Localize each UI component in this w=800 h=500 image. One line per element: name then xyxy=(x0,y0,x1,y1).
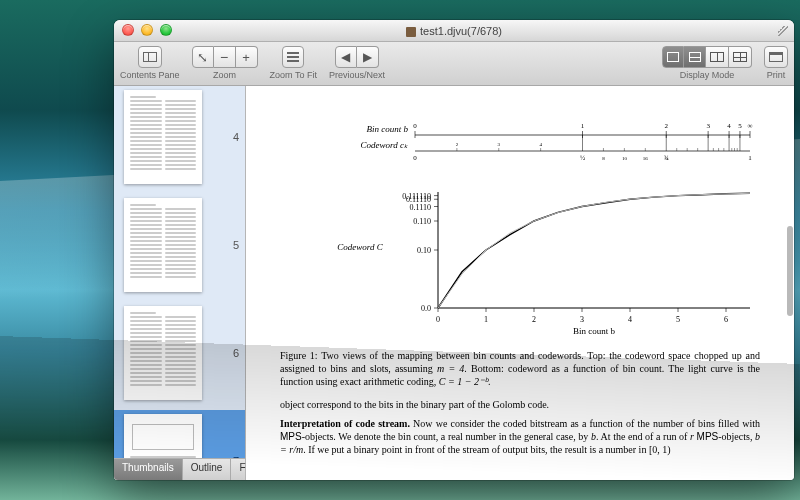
plus-icon: + xyxy=(242,51,250,64)
two-cont-icon xyxy=(733,52,747,62)
svg-text:2: 2 xyxy=(665,122,669,130)
tab-outline[interactable]: Outline xyxy=(183,459,232,480)
svg-text:16: 16 xyxy=(643,156,649,161)
svg-text:1: 1 xyxy=(748,154,752,162)
svg-text:4: 4 xyxy=(628,315,632,324)
sidebar-icon xyxy=(143,52,157,62)
contents-pane-button[interactable] xyxy=(138,46,162,68)
page-number: 6 xyxy=(233,347,239,359)
svg-text:0.0: 0.0 xyxy=(421,304,431,313)
thumbnail-row[interactable]: 4 xyxy=(114,86,245,194)
svg-text:1: 1 xyxy=(581,122,585,130)
page-number: 4 xyxy=(233,131,239,143)
thumbnail-row[interactable]: 6 xyxy=(114,302,245,410)
svg-text:¾: ¾ xyxy=(664,154,669,162)
thumbnail-row[interactable]: 5 xyxy=(114,194,245,302)
svg-text:Bin count b: Bin count b xyxy=(573,326,615,336)
svg-text:½: ½ xyxy=(580,154,585,162)
svg-text:0: 0 xyxy=(436,315,440,324)
next-icon: ▶ xyxy=(363,51,372,63)
svg-text:5: 5 xyxy=(738,122,742,130)
prevnext-label: Previous/Next xyxy=(329,70,385,80)
svg-text:0.111110: 0.111110 xyxy=(402,192,431,201)
svg-text:8: 8 xyxy=(602,156,605,161)
contents-pane-label: Contents Pane xyxy=(120,70,180,80)
display-single-button[interactable] xyxy=(662,46,684,68)
svg-text:0: 0 xyxy=(413,154,417,162)
single-cont-icon xyxy=(689,52,701,62)
svg-text:∞: ∞ xyxy=(748,122,753,130)
document-view[interactable]: Bin count bCodeword cₖ012345∞0½¾12348101… xyxy=(246,86,794,480)
display-single-cont-button[interactable] xyxy=(684,46,706,68)
body-para-2: Interpretation of code stream. Now we co… xyxy=(280,417,760,456)
svg-text:3: 3 xyxy=(580,315,584,324)
figure-caption: Figure 1: Two views of the mapping betwe… xyxy=(280,349,760,388)
app-window: test1.djvu(7/678) Contents Pane ⤡ − + Zo… xyxy=(114,20,794,480)
thumbnail-page xyxy=(124,414,202,458)
sidebar-tabbar: Thumbnails Outline Find xyxy=(114,458,245,480)
display-two-cont-button[interactable] xyxy=(729,46,752,68)
page-number: 5 xyxy=(233,239,239,251)
single-page-icon xyxy=(667,52,679,62)
shrink-icon: ⤡ xyxy=(197,51,208,64)
svg-text:4: 4 xyxy=(727,122,731,130)
svg-text:10: 10 xyxy=(622,156,628,161)
next-page-button[interactable]: ▶ xyxy=(357,46,379,68)
print-label: Print xyxy=(767,70,786,80)
svg-text:0.110: 0.110 xyxy=(413,217,431,226)
chart: Bin count bCodeword cₖ012345∞0½¾12348101… xyxy=(320,120,760,340)
thumbnail-list[interactable]: 45678 xyxy=(114,86,245,458)
fit-icon xyxy=(287,52,299,62)
thumbnail-row[interactable]: 7 xyxy=(114,410,245,458)
svg-text:Codeword cₖ: Codeword cₖ xyxy=(361,140,408,150)
two-page-icon xyxy=(710,52,724,62)
svg-text:0.10: 0.10 xyxy=(417,246,431,255)
svg-text:2: 2 xyxy=(532,315,536,324)
svg-text:Codeword C: Codeword C xyxy=(337,242,383,252)
svg-text:2: 2 xyxy=(456,142,459,147)
thumbnail-page xyxy=(124,90,202,184)
minimize-button[interactable] xyxy=(141,24,153,36)
zoom-out-button[interactable]: − xyxy=(214,46,236,68)
svg-text:1: 1 xyxy=(484,315,488,324)
print-icon xyxy=(769,52,783,62)
print-button[interactable] xyxy=(764,46,788,68)
display-mode-label: Display Mode xyxy=(680,70,735,80)
svg-text:6: 6 xyxy=(724,315,728,324)
svg-text:Bin count b: Bin count b xyxy=(367,124,409,134)
svg-text:5: 5 xyxy=(676,315,680,324)
minus-icon: − xyxy=(220,50,228,64)
zoom-label: Zoom xyxy=(213,70,236,80)
prev-page-button[interactable]: ◀ xyxy=(335,46,357,68)
sidebar: 45678 Thumbnails Outline Find xyxy=(114,86,246,480)
scrollbar-thumb[interactable] xyxy=(787,226,793,316)
close-button[interactable] xyxy=(122,24,134,36)
display-two-button[interactable] xyxy=(706,46,729,68)
zoom-to-fit-button[interactable] xyxy=(282,46,304,68)
figure-1: Bin count bCodeword cₖ012345∞0½¾12348101… xyxy=(320,120,760,343)
svg-text:3: 3 xyxy=(706,122,710,130)
window-title: test1.djvu(7/678) xyxy=(406,25,502,37)
tab-thumbnails[interactable]: Thumbnails xyxy=(114,459,183,480)
svg-text:0: 0 xyxy=(413,122,417,130)
prev-icon: ◀ xyxy=(341,51,350,63)
svg-text:4: 4 xyxy=(539,142,542,147)
zoom-actual-button[interactable]: ⤡ xyxy=(192,46,214,68)
titlebar[interactable]: test1.djvu(7/678) xyxy=(114,20,794,42)
zoom-button[interactable] xyxy=(160,24,172,36)
zoom-in-button[interactable]: + xyxy=(236,46,258,68)
zoom-to-fit-label: Zoom To Fit xyxy=(270,70,317,80)
body-para-1: object correspond to the bits in the bin… xyxy=(280,398,760,411)
toolbar: Contents Pane ⤡ − + Zoom Zoom To Fit ◀ ▶… xyxy=(114,42,794,86)
svg-text:3: 3 xyxy=(498,142,501,147)
thumbnail-page xyxy=(124,198,202,292)
thumbnail-page xyxy=(124,306,202,400)
resize-grip-icon xyxy=(778,26,788,36)
